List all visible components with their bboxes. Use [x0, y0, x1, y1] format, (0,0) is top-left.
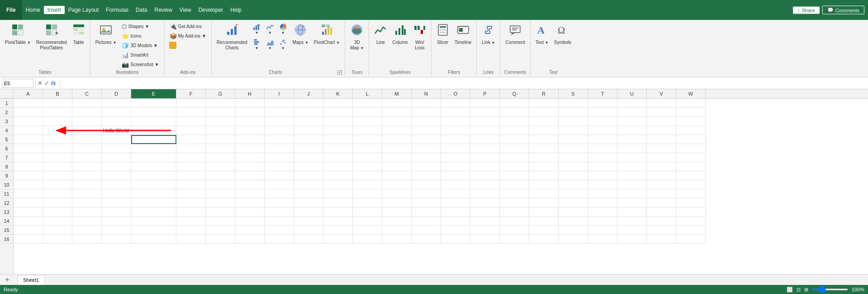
- cell-A4[interactable]: [14, 126, 43, 135]
- cell-N5[interactable]: [412, 135, 441, 144]
- cell-T9[interactable]: [588, 171, 617, 180]
- col-header-l[interactable]: L: [353, 89, 382, 98]
- col-header-o[interactable]: O: [441, 89, 470, 98]
- cell-O3[interactable]: [441, 117, 470, 126]
- row-num-2[interactable]: 2: [0, 108, 13, 117]
- cell-Q15[interactable]: [500, 226, 529, 235]
- col-header-v[interactable]: V: [647, 89, 676, 98]
- cell-N1[interactable]: [412, 99, 441, 108]
- cell-G5[interactable]: [206, 135, 235, 144]
- cell-S5[interactable]: [559, 135, 588, 144]
- cell-M11[interactable]: [382, 189, 412, 198]
- cell-S2[interactable]: [559, 108, 588, 117]
- cell-G9[interactable]: [206, 171, 235, 180]
- cell-F2[interactable]: [176, 108, 206, 117]
- 3d-models-button[interactable]: 🧊 3D Models ▼: [119, 41, 161, 50]
- cell-O15[interactable]: [441, 226, 470, 235]
- cell-C11[interactable]: [72, 189, 102, 198]
- cell-U7[interactable]: [617, 153, 647, 162]
- cell-M6[interactable]: [382, 144, 412, 153]
- comment-button[interactable]: Comment: [503, 22, 527, 53]
- col-header-j[interactable]: J: [294, 89, 323, 98]
- cell-V9[interactable]: [647, 171, 676, 180]
- cell-S1[interactable]: [559, 99, 588, 108]
- cell-W2[interactable]: [676, 108, 706, 117]
- cell-D16[interactable]: [102, 235, 131, 244]
- cell-D7[interactable]: [102, 153, 131, 162]
- cell-G11[interactable]: [206, 189, 235, 198]
- row-num-14[interactable]: 14: [0, 217, 13, 226]
- cell-H15[interactable]: [235, 226, 265, 235]
- cell-O9[interactable]: [441, 171, 470, 180]
- cell-L1[interactable]: [353, 99, 382, 108]
- cell-K5[interactable]: [323, 135, 353, 144]
- cell-R5[interactable]: [529, 135, 559, 144]
- cell-Q2[interactable]: [500, 108, 529, 117]
- cell-W12[interactable]: [676, 198, 706, 207]
- icons-button[interactable]: ⭐ Icons: [119, 31, 161, 40]
- cell-T4[interactable]: [588, 126, 617, 135]
- cell-H12[interactable]: [235, 198, 265, 207]
- cell-M5[interactable]: [382, 135, 412, 144]
- cell-S11[interactable]: [559, 189, 588, 198]
- cell-U14[interactable]: [617, 217, 647, 226]
- cell-L15[interactable]: [353, 226, 382, 235]
- screenshot-button[interactable]: 📷 Screenshot ▼: [119, 60, 161, 69]
- cell-P5[interactable]: [470, 135, 500, 144]
- cell-Q4[interactable]: [500, 126, 529, 135]
- cell-J2[interactable]: [294, 108, 323, 117]
- cell-B3[interactable]: [43, 117, 72, 126]
- cell-N10[interactable]: [412, 180, 441, 189]
- cell-L10[interactable]: [353, 180, 382, 189]
- cell-A13[interactable]: [14, 207, 43, 217]
- cell-N15[interactable]: [412, 226, 441, 235]
- cell-C13[interactable]: [72, 207, 102, 217]
- cell-G7[interactable]: [206, 153, 235, 162]
- cell-O12[interactable]: [441, 198, 470, 207]
- shapes-button[interactable]: ⬡ Shapes ▼: [119, 22, 161, 31]
- cell-U16[interactable]: [617, 235, 647, 244]
- cell-T13[interactable]: [588, 207, 617, 217]
- cell-W7[interactable]: [676, 153, 706, 162]
- cell-E8[interactable]: [131, 162, 176, 171]
- cell-S12[interactable]: [559, 198, 588, 207]
- cell-U12[interactable]: [617, 198, 647, 207]
- cell-E5[interactable]: [131, 135, 176, 144]
- cell-M1[interactable]: [382, 99, 412, 108]
- cell-V5[interactable]: [647, 135, 676, 144]
- cell-M10[interactable]: [382, 180, 412, 189]
- cell-H14[interactable]: [235, 217, 265, 226]
- cell-G15[interactable]: [206, 226, 235, 235]
- my-addins-button[interactable]: 📦 My Add-ins ▼: [167, 31, 209, 40]
- cell-O4[interactable]: [441, 126, 470, 135]
- cell-Q7[interactable]: [500, 153, 529, 162]
- cell-R7[interactable]: [529, 153, 559, 162]
- col-header-m[interactable]: M: [382, 89, 412, 98]
- cell-E4[interactable]: [131, 126, 176, 135]
- cell-J11[interactable]: [294, 189, 323, 198]
- cell-W3[interactable]: [676, 117, 706, 126]
- cell-F16[interactable]: [176, 235, 206, 244]
- cell-M12[interactable]: [382, 198, 412, 207]
- cell-T1[interactable]: [588, 99, 617, 108]
- cell-U13[interactable]: [617, 207, 647, 217]
- cell-W11[interactable]: [676, 189, 706, 198]
- cell-T11[interactable]: [588, 189, 617, 198]
- cell-T8[interactable]: [588, 162, 617, 171]
- cell-S4[interactable]: [559, 126, 588, 135]
- cell-L8[interactable]: [353, 162, 382, 171]
- cell-A10[interactable]: [14, 180, 43, 189]
- cell-F1[interactable]: [176, 99, 206, 108]
- cell-I9[interactable]: [265, 171, 294, 180]
- cell-D1[interactable]: [102, 99, 131, 108]
- cell-Q5[interactable]: [500, 135, 529, 144]
- cell-E3[interactable]: [131, 117, 176, 126]
- cell-B2[interactable]: [43, 108, 72, 117]
- cell-U10[interactable]: [617, 180, 647, 189]
- cell-K7[interactable]: [323, 153, 353, 162]
- cell-H2[interactable]: [235, 108, 265, 117]
- col-header-d[interactable]: D: [102, 89, 131, 98]
- cell-U9[interactable]: [617, 171, 647, 180]
- line-chart-button[interactable]: ▼: [264, 22, 276, 36]
- scatter-chart-button[interactable]: ▼: [277, 37, 289, 52]
